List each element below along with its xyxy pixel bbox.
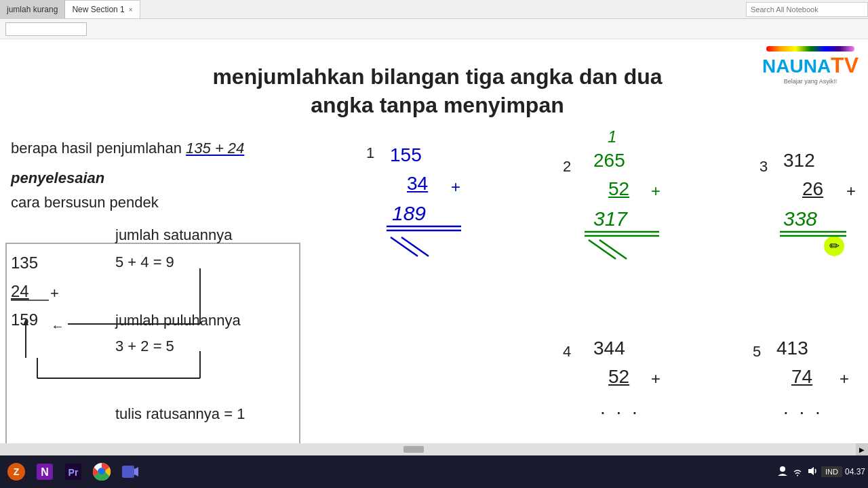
search-bar [746, 0, 868, 19]
problem-equation: 135 + 24 [186, 140, 244, 157]
svg-point-26 [99, 469, 104, 474]
num-135: 135 [11, 253, 38, 272]
prob5-plus: + [840, 369, 849, 388]
prob4-dots: . . . [600, 397, 640, 419]
lang-badge[interactable]: IND [821, 466, 842, 477]
prob1-plus: + [451, 178, 460, 197]
prob5-number: 5 [753, 343, 761, 361]
svg-point-29 [780, 466, 785, 472]
arrow-left: ← [51, 319, 64, 334]
prob3-result: 338 [783, 207, 817, 230]
tab-close-button[interactable]: × [129, 6, 133, 14]
cursor-highlight: ✏ [824, 236, 844, 256]
tab-bar: jumlah kurang New Section 1 × [0, 0, 868, 19]
svg-line-16 [589, 240, 616, 259]
prob4-top: 344 [593, 338, 625, 359]
svg-line-17 [599, 240, 627, 259]
prob1-bottom: 34 [407, 173, 428, 195]
logo-rainbow [766, 46, 854, 52]
eq-sat: 5 + 4 = 9 [115, 253, 174, 271]
prob2-result: 317 [593, 207, 627, 230]
penyelesaian-label: penyelesaian [11, 169, 104, 187]
tulis-rat: tulis ratusannya = 1 [115, 405, 245, 423]
tray-wifi-icon [791, 465, 804, 479]
svg-line-14 [391, 237, 418, 256]
prob1-number: 1 [366, 144, 374, 162]
taskbar-right: IND 04.37 [776, 465, 865, 479]
prob5-dots: . . . [783, 397, 823, 419]
svg-rect-27 [122, 466, 134, 478]
prob2-plus: + [651, 182, 660, 201]
tray-volume-icon [806, 465, 818, 479]
prob1-result: 189 [392, 202, 426, 225]
prob3-bottom: 26 [802, 178, 823, 200]
cara-label: cara bersusun pendek [11, 194, 159, 211]
problem-intro: berapa hasil penjumlahan 135 + 24 [11, 140, 244, 157]
time-display: 04.37 [845, 467, 865, 476]
prob2-carry: 1 [608, 127, 616, 146]
premiere-icon[interactable]: Pr [60, 458, 87, 485]
onenote-icon[interactable]: N [31, 458, 58, 485]
tab-active-label: New Section 1 [72, 5, 124, 14]
prob3-top: 312 [783, 150, 815, 171]
prob1-top: 155 [390, 144, 422, 166]
prob4-plus: + [651, 369, 660, 388]
svg-text:Pr: Pr [68, 467, 79, 478]
num-24: 24 [11, 282, 29, 301]
jumlah-pul-label: jumlah puluhannya [115, 312, 241, 329]
svg-text:Z: Z [14, 466, 20, 477]
logo-text-row: NAUNA TV [766, 53, 854, 78]
chrome-icon[interactable] [88, 458, 115, 485]
teams-icon[interactable] [117, 458, 144, 485]
svg-point-30 [797, 475, 798, 476]
prob2-bottom: 52 [608, 178, 629, 200]
eq-pul: 3 + 2 = 5 [115, 338, 174, 355]
prob4-number: 4 [563, 343, 571, 361]
prob2-top: 265 [593, 150, 625, 171]
toolbar-input[interactable] [5, 22, 87, 36]
toolbar [0, 19, 868, 39]
prob5-top: 413 [776, 338, 808, 359]
plus-sign-left: + [50, 285, 59, 302]
num-159: 159 [11, 310, 38, 329]
jumlah-sat-label: jumlah satuannya [115, 226, 232, 244]
tab-inactive-label: jumlah kurang [7, 5, 58, 14]
svg-marker-28 [134, 467, 138, 476]
tab-active[interactable]: New Section 1 × [65, 0, 140, 18]
shell-icon[interactable]: Z [3, 458, 30, 485]
prob4-bottom: 52 [608, 366, 629, 388]
tray-user-icon [776, 465, 789, 479]
logo-tv: TV [831, 53, 859, 78]
title-line2: angka tanpa menyimpan [122, 92, 753, 120]
logo-tagline: Belajar yang Asyik!! [766, 78, 854, 85]
search-input[interactable] [746, 2, 868, 17]
page-title: menjumlahkan bilangan tiga angka dan dua… [122, 63, 753, 119]
svg-line-15 [401, 237, 429, 256]
scroll-area: ▶ [0, 443, 868, 455]
logo: NAUNA TV Belajar yang Asyik!! [766, 46, 854, 87]
prob3-number: 3 [760, 158, 768, 176]
taskbar: Z N Pr [0, 455, 868, 488]
main-content: NAUNA TV Belajar yang Asyik!! menjumlahk… [0, 39, 868, 479]
svg-text:N: N [41, 466, 49, 478]
prob5-bottom: 74 [791, 366, 812, 388]
logo-nauna: NAUNA [762, 56, 831, 77]
svg-marker-31 [808, 467, 814, 475]
tab-inactive[interactable]: jumlah kurang [0, 0, 65, 18]
prob3-plus: + [846, 182, 856, 201]
scroll-arrow-right[interactable]: ▶ [856, 443, 868, 455]
title-line1: menjumlahkan bilangan tiga angka dan dua [122, 63, 753, 92]
prob2-number: 2 [563, 158, 571, 176]
scroll-thumb[interactable] [403, 446, 424, 453]
